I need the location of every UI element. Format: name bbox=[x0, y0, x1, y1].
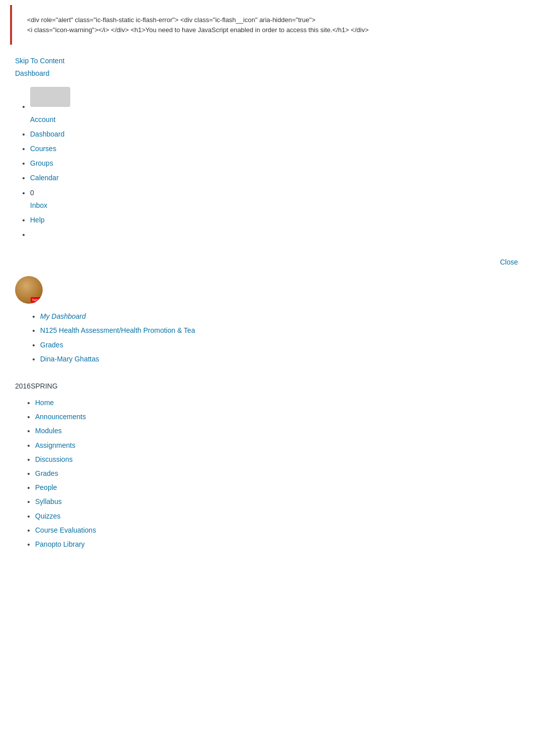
course-nav-item-quizzes: Quizzes bbox=[35, 510, 518, 523]
skip-to-content-link[interactable]: Skip To Content bbox=[15, 55, 518, 67]
home-link[interactable]: Home bbox=[35, 399, 54, 407]
main-nav: Account Dashboard Courses Groups Calenda… bbox=[0, 80, 533, 248]
course-nav-item-modules: Modules bbox=[35, 425, 518, 437]
course-evaluations-link[interactable]: Course Evaluations bbox=[35, 526, 96, 534]
main-nav-item-courses: Courses bbox=[30, 143, 523, 155]
people-link[interactable]: People bbox=[35, 483, 57, 491]
profile-nav-item-name: Dina-Mary Ghattas bbox=[40, 353, 518, 365]
discussions-link[interactable]: Discussions bbox=[35, 455, 73, 463]
avatar-badge: New bbox=[31, 297, 42, 303]
profile-nav: My Dashboard N125 Health Assessment/Heal… bbox=[0, 310, 533, 372]
course-nav-item-syllabus: Syllabus bbox=[35, 495, 518, 508]
quizzes-link[interactable]: Quizzes bbox=[35, 512, 61, 520]
profile-nav-list: My Dashboard N125 Health Assessment/Heal… bbox=[30, 310, 518, 365]
profile-nav-item-grades: Grades bbox=[40, 339, 518, 351]
user-profile-area: New bbox=[0, 271, 533, 309]
course-nav-list: Home Announcements Modules Assignments D… bbox=[25, 397, 518, 551]
course-nav: Home Announcements Modules Assignments D… bbox=[0, 397, 533, 557]
main-nav-item-dashboard: Dashboard bbox=[30, 128, 523, 141]
profile-nav-item-course: N125 Health Assessment/Health Promotion … bbox=[40, 324, 518, 337]
assignments-link[interactable]: Assignments bbox=[35, 441, 75, 449]
course-nav-item-discussions: Discussions bbox=[35, 453, 518, 466]
grades-link[interactable]: Grades bbox=[40, 341, 63, 349]
help-nav-link[interactable]: Help bbox=[30, 216, 45, 224]
modules-link[interactable]: Modules bbox=[35, 427, 62, 435]
main-nav-item-groups: Groups bbox=[30, 157, 523, 170]
close-button[interactable]: Close bbox=[500, 258, 518, 266]
course-nav-item-grades: Grades bbox=[35, 467, 518, 480]
syllabus-link[interactable]: Syllabus bbox=[35, 497, 62, 506]
semester-label: 2016SPRING bbox=[0, 372, 533, 395]
courses-nav-link[interactable]: Courses bbox=[30, 145, 56, 153]
course-nav-item-assignments: Assignments bbox=[35, 439, 518, 452]
course-nav-item-people: People bbox=[35, 481, 518, 494]
dashboard-nav-link[interactable]: Dashboard bbox=[30, 130, 65, 138]
inbox-badge: 0 bbox=[30, 189, 34, 197]
calendar-nav-link[interactable]: Calendar bbox=[30, 174, 59, 182]
flash-alert: <div role="alert" class="ic-flash-static… bbox=[10, 5, 523, 45]
course-nav-item-panopto: Panopto Library bbox=[35, 538, 518, 551]
course-grades-link[interactable]: Grades bbox=[35, 469, 58, 477]
main-nav-item-account: Account bbox=[30, 87, 523, 125]
main-nav-item-calendar: Calendar bbox=[30, 172, 523, 184]
course-nav-item-announcements: Announcements bbox=[35, 411, 518, 423]
announcements-link[interactable]: Announcements bbox=[35, 413, 86, 421]
skip-links: Skip To Content Dashboard bbox=[0, 50, 533, 80]
course-nav-item-home: Home bbox=[35, 397, 518, 409]
main-nav-item-empty bbox=[30, 228, 523, 241]
user-avatar: New bbox=[15, 276, 43, 304]
panopto-link[interactable]: Panopto Library bbox=[35, 540, 85, 548]
account-avatar bbox=[30, 87, 70, 107]
course-link[interactable]: N125 Health Assessment/Health Promotion … bbox=[40, 326, 195, 334]
my-dashboard-link[interactable]: My Dashboard bbox=[40, 312, 86, 320]
main-nav-item-help: Help bbox=[30, 214, 523, 226]
main-nav-item-inbox: 0 Inbox bbox=[30, 187, 523, 212]
inbox-nav-link[interactable]: Inbox bbox=[30, 201, 47, 209]
main-nav-list: Account Dashboard Courses Groups Calenda… bbox=[20, 87, 523, 241]
user-name-link[interactable]: Dina-Mary Ghattas bbox=[40, 355, 99, 363]
account-link[interactable]: Account bbox=[30, 115, 56, 123]
groups-nav-link[interactable]: Groups bbox=[30, 159, 53, 167]
dashboard-link[interactable]: Dashboard bbox=[15, 67, 518, 80]
close-section: Close bbox=[0, 253, 533, 271]
course-nav-item-evaluations: Course Evaluations bbox=[35, 524, 518, 537]
profile-nav-item-dashboard: My Dashboard bbox=[40, 310, 518, 323]
